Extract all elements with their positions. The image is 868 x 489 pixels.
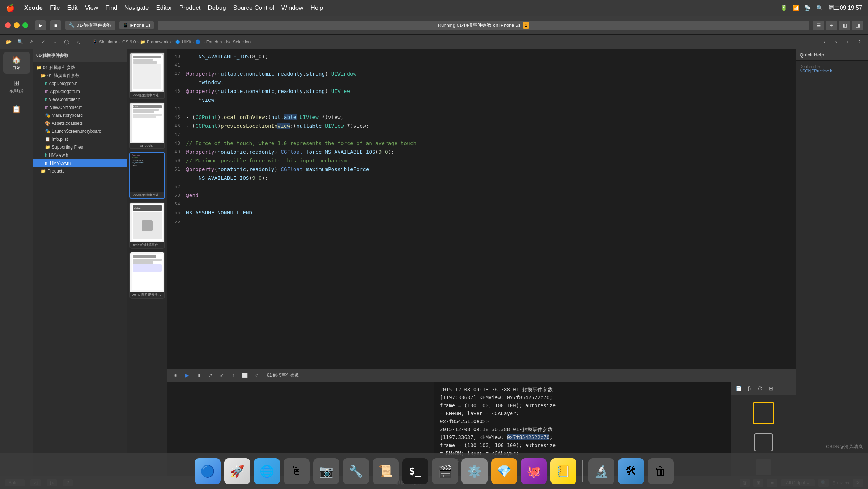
menu-source-control[interactable]: Source Control [233, 4, 274, 12]
inspector-button[interactable]: ◨ [852, 21, 863, 30]
dock-tools[interactable]: 🔧 [343, 458, 369, 484]
ib-clock-icon[interactable]: ⏱ [756, 384, 765, 393]
maximize-button[interactable] [22, 22, 28, 28]
menu-search[interactable]: 🔍 [816, 5, 823, 11]
menu-view[interactable]: View [85, 4, 98, 12]
menu-xcode[interactable]: Xcode [24, 4, 43, 12]
declared-in-file[interactable]: NSObjCRuntime.h [800, 69, 864, 73]
dock-safari[interactable]: 🌐 [254, 458, 280, 484]
debug-view-hierarchy-btn[interactable]: ⬜ [240, 371, 250, 380]
navigator-button[interactable]: ◧ [839, 21, 850, 30]
dock-instruments[interactable]: 🔬 [588, 458, 614, 484]
thumbnail-3[interactable]: @property // Force CGFloat force NS_AVAI… [129, 152, 165, 199]
breadcrumb-sep-4: › [223, 40, 225, 44]
tree-launchscreen[interactable]: 🎭 LaunchScreen.storyboard [33, 127, 127, 135]
debug-nav-btn[interactable]: ⬦ [50, 37, 60, 47]
panel-btn-layout[interactable]: ⊞ 布局灯片 [3, 75, 30, 97]
thumbnail-1[interactable]: view的触摸事件处... [129, 52, 165, 99]
tree-products[interactable]: 📁 Products [33, 167, 127, 175]
ib-view-box-gray[interactable] [754, 433, 773, 451]
tree-infoplist[interactable]: 📋 Info.plist [33, 135, 127, 143]
dock-sketch[interactable]: 💎 [491, 458, 517, 484]
menu-edit[interactable]: Edit [67, 4, 77, 12]
stop-button[interactable]: ■ [50, 20, 61, 30]
dock-launchpad[interactable]: 🚀 [224, 458, 250, 484]
menu-file[interactable]: File [50, 4, 60, 12]
dock-finder[interactable]: 🔵 [195, 458, 221, 484]
dock-photos[interactable]: 📷 [313, 458, 339, 484]
debug-simulate-btn[interactable]: ◁ [252, 371, 261, 380]
ib-grid-icon[interactable]: ⊞ [766, 384, 776, 393]
tree-appdelegate-h[interactable]: h AppDelegate.h [33, 80, 127, 88]
breadcrumb-uitouch[interactable]: 🔵 UITouch.h [195, 39, 222, 44]
add-file-btn[interactable]: + [843, 37, 853, 47]
menu-window[interactable]: Window [281, 4, 303, 12]
tree-supporting-files[interactable]: 📁 Supporting Files [33, 143, 127, 151]
tree-project[interactable]: 📂 01-触摸事件参数 [33, 72, 127, 80]
device-selector[interactable]: 📱 iPhone 6s [119, 21, 154, 29]
nav-prev-btn[interactable]: ‹ [820, 37, 830, 47]
tree-hmview-m[interactable]: m HMView.m [33, 159, 127, 167]
dock-media[interactable]: 🎬 [432, 458, 458, 484]
m-file-icon: m [45, 89, 48, 94]
thumbnail-5[interactable]: Deme-图片观察器解... [129, 252, 165, 299]
navigator-toggle-btn[interactable]: 📂 [4, 37, 14, 47]
breadcrumb-frameworks[interactable]: 📁 Frameworks [140, 39, 171, 44]
finder-icon: 🔵 [200, 464, 215, 478]
ib-file-icon[interactable]: 📄 [734, 384, 743, 393]
dock-terminal[interactable]: $_ [402, 458, 428, 484]
dock-xcode[interactable]: 🛠 [618, 458, 644, 484]
dock-mouse[interactable]: 🖱 [284, 458, 310, 484]
thumbnail-4[interactable]: UIView UIView的触摸事件处... [129, 202, 165, 249]
code-editor[interactable]: 40 NS_AVAILABLE_IOS(8_0); 41 42 @propert… [167, 49, 796, 369]
menu-debug[interactable]: Debug [208, 4, 226, 12]
panel-btn-panels[interactable]: 📋 [3, 98, 30, 120]
tree-root[interactable]: 📁 01-触摸事件参数 [33, 64, 127, 72]
menu-editor[interactable]: Editor [156, 4, 172, 12]
debug-play-btn[interactable]: ▶ [182, 371, 192, 380]
debug-expand-btn[interactable]: ⊞ [171, 371, 180, 380]
dock-prefs[interactable]: ⚙️ [461, 458, 488, 484]
help-inspector-btn[interactable]: ? [854, 37, 864, 47]
scheme-selector[interactable]: 🔧 01-触摸事件参数 [65, 21, 115, 30]
panel-btn-navigator[interactable]: 🏠 开始 [3, 52, 30, 74]
tree-viewcontroller-h[interactable]: h ViewController.h [33, 95, 127, 103]
sidebar-toggle-button[interactable]: ☰ [813, 21, 824, 30]
tree-main-storyboard[interactable]: 🎭 Main.storyboard [33, 111, 127, 119]
breadcrumb-simulator[interactable]: 📱 Simulator - iOS 9.0 [92, 39, 136, 44]
debug-step-over-btn[interactable]: ↗ [205, 371, 215, 380]
menu-help[interactable]: Help [310, 4, 323, 12]
apple-menu[interactable]: 🍎 [6, 4, 15, 12]
minimize-button[interactable] [14, 22, 20, 28]
ib-view-box-yellow[interactable] [753, 402, 774, 424]
report-nav-btn[interactable]: ◁ [73, 37, 83, 47]
tree-appdelegate-m[interactable]: m AppDelegate.m [33, 88, 127, 95]
debug-step-in-btn[interactable]: ↙ [217, 371, 226, 380]
ib-brace-icon[interactable]: {} [745, 384, 754, 393]
menu-product[interactable]: Product [179, 4, 201, 12]
search-btn[interactable]: 🔍 [15, 37, 25, 47]
tree-viewcontroller-m[interactable]: m ViewController.m [33, 103, 127, 111]
menu-find[interactable]: Find [105, 4, 117, 12]
tree-assets[interactable]: 🎨 Assets.xcassets [33, 119, 127, 127]
debug-step-out-btn[interactable]: ↑ [229, 371, 238, 380]
tree-hmview-h[interactable]: h HMView.h [33, 151, 127, 159]
dock-pipes[interactable]: 🐙 [521, 458, 547, 484]
warning-nav-btn[interactable]: ⚠ [27, 37, 37, 47]
breadcrumb-uikit[interactable]: 🔷 UIKit [175, 39, 191, 44]
close-button[interactable] [5, 22, 11, 28]
nav-next-btn[interactable]: › [831, 37, 841, 47]
file-tree[interactable]: 📁 01-触摸事件参数 📂 01-触摸事件参数 h AppDelegate.h … [33, 62, 127, 476]
editor-layout-button[interactable]: ⊞ [826, 21, 837, 30]
breakpoint-nav-btn[interactable]: ◯ [61, 37, 72, 47]
test-nav-btn[interactable]: ✓ [38, 37, 48, 47]
quick-help-title: Quick Help [800, 52, 824, 58]
dock-scripts[interactable]: 📜 [373, 458, 399, 484]
dock-trash[interactable]: 🗑 [648, 458, 674, 484]
run-button[interactable]: ▶ [35, 20, 46, 30]
thumbnail-2[interactable]: UIKit UITouch.h [129, 102, 165, 149]
debug-pause-btn[interactable]: ⏸ [194, 371, 203, 380]
menu-navigate[interactable]: Navigate [124, 4, 149, 12]
tree-launchscreen-label: LaunchScreen.storyboard [52, 129, 101, 134]
dock-notes[interactable]: 📒 [550, 458, 576, 484]
